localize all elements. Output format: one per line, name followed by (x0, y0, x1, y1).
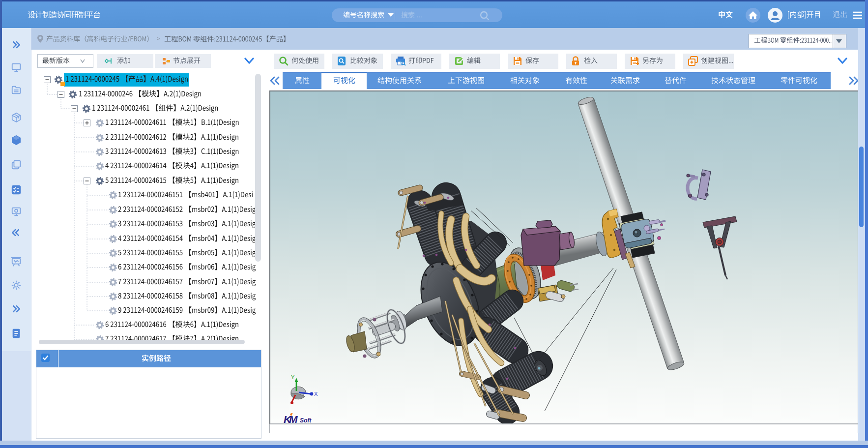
svg-text:M: M (289, 414, 298, 423)
svg-text:X: X (314, 391, 318, 397)
svg-text:Soft: Soft (300, 417, 312, 423)
svg-text:Y: Y (291, 374, 295, 380)
